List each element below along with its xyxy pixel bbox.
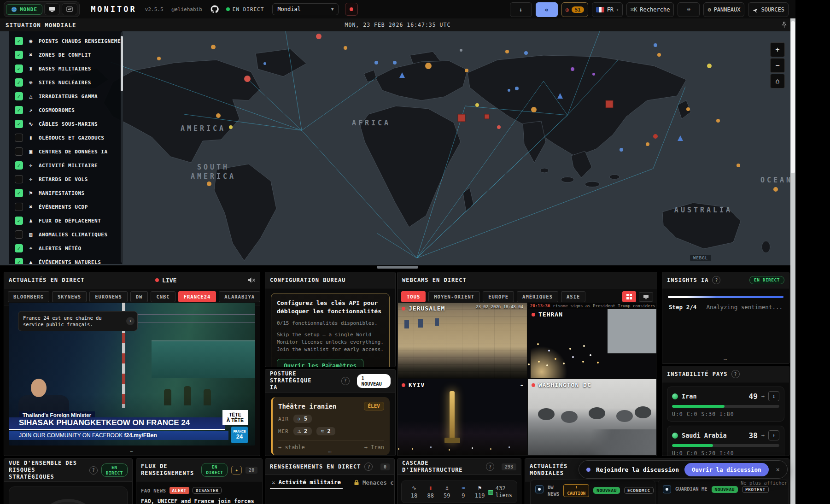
checkbox[interactable]: ✓ [15,120,23,128]
map-marker[interactable] [157,57,161,60]
map-marker[interactable] [316,34,321,39]
layer-toggle-3[interactable]: ✓☢SITES NUCLÉAIRES [9,76,122,89]
checkbox[interactable]: ✓ [15,106,23,114]
country-card-saudi-arabia[interactable]: Saudi Arabia 38 → ↥ U:0 C:0 S:20 I:40 [667,426,784,456]
map-marker[interactable] [374,61,378,64]
layer-toggle-2[interactable]: ✓♜BASES MILITAIRES [9,62,122,76]
checkbox[interactable]: ✓ [15,258,23,264]
checkbox[interactable]: ✓ [15,244,23,252]
map-marker[interactable] [654,43,657,47]
tab-cnbc[interactable]: CNBC [151,291,175,302]
map-marker[interactable] [657,53,661,57]
map-marker[interactable] [508,89,510,92]
webcam-tehran[interactable]: 20:13:36risome signs as President Trump … [528,303,656,378]
layer-toggle-9[interactable]: ✓✈ACTIVITÉ MILITAIRE [9,158,122,172]
help-icon[interactable]: ? [731,370,740,378]
zoom-out-button[interactable]: − [770,58,785,73]
layer-toggle-4[interactable]: ✓△IRRADIATEURS GAMMA [9,89,122,103]
map-marker[interactable] [207,182,211,186]
map-marker[interactable] [524,51,528,55]
layer-toggle-14[interactable]: ✓▨ANOMALIES CLIMATIQUES [9,228,122,241]
github-link[interactable] [210,5,219,13]
map-marker[interactable] [458,114,465,122]
tab-moyen-orient[interactable]: MOYEN-ORIENT [428,291,480,302]
select-checkbox[interactable] [663,485,671,493]
screens-toggle-button[interactable] [44,3,60,15]
tab-dw[interactable]: DW [130,291,148,302]
checkbox[interactable]: ✓ [15,147,23,156]
help-icon[interactable]: ? [364,463,373,471]
country-card-iran[interactable]: Iran 49 → ↥ U:0 C:0 S:30 I:80 [667,387,784,422]
map-marker[interactable] [678,135,683,141]
checkbox[interactable]: ✓ [15,189,23,197]
checkbox[interactable]: ✓ [15,230,23,239]
theater-card[interactable]: Théâtre iranien ÉLEV AIR ✈5 MER ⚓2 ≈2 → … [271,397,390,455]
map-marker[interactable] [620,148,623,152]
tab-asie[interactable]: ASIE [561,291,585,302]
mode-monde-button[interactable]: MONDE [6,4,42,15]
checkbox[interactable]: ✓ [15,134,23,142]
help-icon[interactable]: ? [712,276,720,284]
tab-france24[interactable]: FRANCE24 [178,291,216,302]
search-button[interactable]: ⌘K Recherche [626,2,674,17]
map-marker[interactable] [460,49,462,52]
map-home-button[interactable]: ⌂ [770,74,785,88]
layer-toggle-15[interactable]: ✓☂ALERTES MÉTÉO [9,241,122,255]
help-icon[interactable]: ? [486,463,494,471]
ai-sparkle-button[interactable]: ✦ [231,466,242,475]
webcam-kyiv[interactable]: KYIV ☁ [398,379,527,455]
map-marker[interactable] [707,64,712,68]
tooltip-next-button[interactable]: › [126,317,134,325]
tab-alarabiya[interactable]: ALARABIYA [219,291,260,302]
checkbox[interactable]: ✓ [15,161,23,170]
video-player[interactable]: France 24 est une chaîne du service publ… [9,303,255,445]
layer-toggle-16[interactable]: ✓▲ÉVÉNEMENTS NATURELS [9,255,122,264]
layer-toggle-10[interactable]: ✓✈RETARDS DE VOLS [9,172,122,186]
map-marker[interactable] [497,125,501,129]
map-marker[interactable] [736,164,740,167]
map-marker[interactable] [211,45,216,49]
tab-bloomberg[interactable]: BLOOMBERG [8,291,49,302]
pin-button[interactable] [779,20,789,30]
alerts-button[interactable]: ◎ 51 [561,2,588,17]
tab-ameriques[interactable]: AMÉRIQUES [517,291,558,302]
map-marker[interactable] [393,61,397,64]
layer-toggle-6[interactable]: ✓∿CÂBLES SOUS-MARINS [9,117,122,131]
panel-more-dots[interactable]: ⋯ [4,449,260,454]
layer-toggle-11[interactable]: ✓⚑MANIFESTATIONS [9,186,122,200]
layer-toggle-5[interactable]: ✓↗COSMODROMES [9,103,122,117]
grid-view-button[interactable] [622,291,636,302]
record-button[interactable] [345,3,358,16]
theme-button[interactable]: ☼ [678,2,700,17]
map-marker[interactable] [505,50,509,53]
map-marker[interactable] [344,46,347,50]
layer-toggle-0[interactable]: ✓◉POINTS CHAUDS RENSEIGNEME… [9,34,122,48]
export-button[interactable]: ↥ [768,391,779,401]
tab-military-activity[interactable]: ⚔ Activité militaire [270,475,343,489]
mute-button[interactable] [247,277,255,283]
checkbox[interactable]: ✓ [15,175,23,183]
checkbox[interactable]: ✓ [15,217,23,225]
map-marker[interactable] [686,107,690,111]
checkbox[interactable]: ✓ [15,51,23,59]
tab-europe[interactable]: EUROPE [483,291,514,302]
map-marker[interactable] [773,187,778,192]
map-marker[interactable] [531,107,537,112]
close-chat-icon[interactable]: × [774,466,782,473]
map-marker[interactable] [646,142,649,146]
layer-toggle-13[interactable]: ✓♟FLUX DE DÉPLACEMENT [9,214,122,228]
panels-button[interactable]: ⚙ PANNEAUX [703,2,744,17]
scrollbar-thumb[interactable] [791,21,795,173]
charts-toggle-button[interactable] [62,3,77,15]
world-news-item-dw[interactable]: DW NEWS ! CAUTION NOUVEAU ECONOMIC [530,480,655,504]
download-button[interactable]: ↓ [510,2,532,17]
map-marker[interactable] [465,69,468,72]
map-marker[interactable] [216,113,221,118]
checkbox[interactable]: ✓ [15,37,23,45]
select-checkbox[interactable] [535,485,544,493]
map-marker[interactable] [653,134,658,139]
map-marker[interactable] [716,119,720,123]
map-marker[interactable] [244,76,251,82]
export-button[interactable]: ↥ [768,430,779,440]
map-marker[interactable] [485,114,489,119]
